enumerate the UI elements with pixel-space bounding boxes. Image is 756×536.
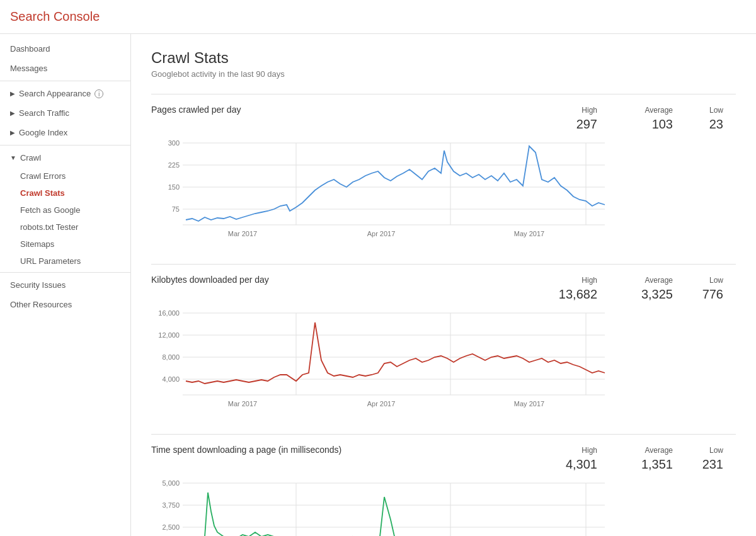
arrow-expanded-icon: ▼ — [10, 154, 16, 161]
arrow-icon: ▶ — [10, 90, 15, 97]
info-icon: i — [94, 89, 103, 98]
sidebar-item-fetch-as-google[interactable]: Fetch as Google — [20, 202, 130, 219]
high-label-time: High — [522, 446, 597, 455]
svg-text:Apr 2017: Apr 2017 — [367, 230, 396, 237]
low-value-kb: 776 — [673, 287, 723, 302]
arrow-icon: ▶ — [10, 110, 15, 117]
low-label-pages: Low — [673, 106, 723, 115]
svg-text:2,500: 2,500 — [162, 523, 180, 531]
low-value-time: 231 — [673, 457, 723, 472]
chart-section-kilobytes: Kilobytes downloaded per day High 13,682… — [151, 264, 736, 414]
svg-text:225: 225 — [168, 161, 180, 169]
layout: Dashboard Messages ▶ Search Appearance i… — [0, 34, 756, 536]
chart-section-time-downloading: Time spent downloading a page (in millis… — [151, 434, 736, 536]
arrow-icon: ▶ — [10, 129, 15, 136]
chart-pages-crawled: 300 225 150 75 Mar 2017 Apr 2017 May 201… — [151, 137, 736, 244]
sidebar-item-crawl-stats[interactable]: Crawl Stats — [20, 185, 130, 202]
svg-text:8,000: 8,000 — [162, 353, 180, 361]
svg-text:5,000: 5,000 — [162, 479, 180, 487]
sidebar-section-label: Search Traffic — [19, 108, 69, 118]
svg-text:May 2017: May 2017 — [514, 230, 544, 237]
sidebar-item-robots-txt-tester[interactable]: robots.txt Tester — [20, 219, 130, 236]
svg-text:4,000: 4,000 — [162, 375, 180, 383]
sidebar-section-label: Search Appearance — [19, 89, 91, 98]
chart-title-time: Time spent downloading a page (in millis… — [151, 445, 522, 455]
sidebar-section-google-index[interactable]: ▶ Google Index — [0, 123, 130, 142]
svg-text:12,000: 12,000 — [158, 331, 180, 339]
high-value-kb: 13,682 — [522, 287, 597, 302]
svg-text:Apr 2017: Apr 2017 — [367, 400, 396, 408]
sidebar-item-sitemaps[interactable]: Sitemaps — [20, 236, 130, 253]
chart-kilobytes: 16,000 12,000 8,000 4,000 Mar 2017 Apr 2… — [151, 307, 736, 414]
sidebar: Dashboard Messages ▶ Search Appearance i… — [0, 34, 131, 536]
svg-text:75: 75 — [172, 205, 180, 213]
page-subtitle: Googlebot activity in the last 90 days — [151, 69, 736, 79]
main-content: Crawl Stats Googlebot activity in the la… — [131, 34, 756, 536]
high-label-pages: High — [522, 106, 597, 115]
sidebar-item-other-resources[interactable]: Other Resources — [0, 295, 130, 314]
low-value-pages: 23 — [673, 117, 723, 132]
sidebar-item-messages[interactable]: Messages — [0, 59, 130, 78]
sidebar-item-url-parameters[interactable]: URL Parameters — [20, 253, 130, 270]
sidebar-section-search-traffic[interactable]: ▶ Search Traffic — [0, 103, 130, 123]
avg-label-kb: Average — [597, 276, 673, 285]
sidebar-section-label: Crawl — [20, 153, 41, 163]
page-title: Crawl Stats — [151, 49, 736, 67]
sidebar-item-security-issues[interactable]: Security Issues — [0, 275, 130, 295]
svg-text:Mar 2017: Mar 2017 — [228, 400, 257, 408]
svg-text:Mar 2017: Mar 2017 — [228, 230, 257, 237]
sidebar-section-crawl[interactable]: ▼ Crawl — [0, 148, 130, 168]
avg-label-time: Average — [597, 446, 673, 455]
chart-title-pages-crawled: Pages crawled per day — [151, 105, 522, 115]
high-value-pages: 297 — [522, 117, 597, 132]
avg-value-kb: 3,325 — [597, 287, 673, 302]
high-value-time: 4,301 — [522, 457, 597, 472]
chart-title-kilobytes: Kilobytes downloaded per day — [151, 275, 522, 285]
sidebar-item-crawl-errors[interactable]: Crawl Errors — [20, 168, 130, 185]
chart-section-pages-crawled: Pages crawled per day High 297 Average 1… — [151, 94, 736, 244]
avg-value-pages: 103 — [597, 117, 673, 132]
sidebar-section-label: Google Index — [19, 128, 67, 137]
sidebar-item-dashboard[interactable]: Dashboard — [0, 39, 130, 59]
chart-time-downloading: 5,000 3,750 2,500 1,250 Mar 2017 Apr 201… — [151, 477, 736, 536]
svg-text:May 2017: May 2017 — [514, 400, 544, 408]
low-label-kb: Low — [673, 276, 723, 285]
svg-text:300: 300 — [168, 139, 180, 147]
low-label-time: Low — [673, 446, 723, 455]
svg-text:3,750: 3,750 — [162, 501, 180, 509]
avg-value-time: 1,351 — [597, 457, 673, 472]
high-label-kb: High — [522, 276, 597, 285]
sidebar-section-search-appearance[interactable]: ▶ Search Appearance i — [0, 84, 130, 103]
avg-label-pages: Average — [597, 106, 673, 115]
svg-text:16,000: 16,000 — [158, 309, 180, 317]
header: Search Console — [0, 0, 756, 34]
crawl-submenu: Crawl Errors Crawl Stats Fetch as Google… — [0, 168, 130, 270]
svg-text:150: 150 — [168, 183, 180, 191]
app-title: Search Console — [10, 9, 100, 24]
